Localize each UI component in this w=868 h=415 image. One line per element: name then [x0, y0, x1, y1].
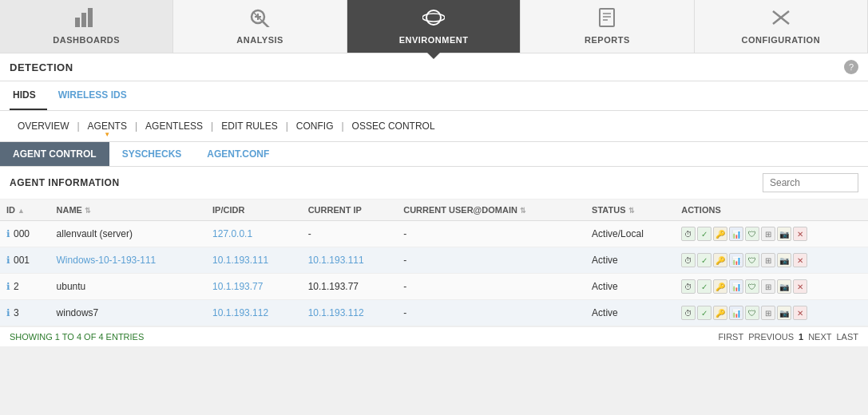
- nav-reports[interactable]: REPORTS: [521, 0, 694, 53]
- action-btn-2[interactable]: 🔑: [713, 227, 727, 241]
- pagination-first[interactable]: FIRST: [718, 332, 743, 342]
- cell-ip-cidr: 10.1.193.111: [206, 247, 302, 274]
- nav-agents[interactable]: AGENTS: [80, 116, 135, 136]
- action-btn-3[interactable]: 📊: [729, 253, 743, 267]
- nav-config[interactable]: CONFIG: [288, 116, 342, 136]
- action-btn-2[interactable]: 🔑: [713, 279, 727, 294]
- action-btn-4[interactable]: 🛡: [745, 279, 759, 294]
- agent-tabs: AGENT CONTROL SYSCHECKS AGENT.CONF: [0, 142, 868, 167]
- action-btn-5[interactable]: ⊞: [761, 279, 775, 294]
- col-current-user[interactable]: CURRENT USER@DOMAIN ⇅: [397, 200, 585, 221]
- action-btn-6[interactable]: 📷: [777, 253, 791, 267]
- action-btn-0[interactable]: ⏱: [681, 227, 696, 241]
- action-btn-3[interactable]: 📊: [729, 227, 743, 241]
- search-input[interactable]: [763, 173, 858, 192]
- action-btn-1[interactable]: ✓: [697, 253, 711, 267]
- action-btn-1[interactable]: ✓: [697, 227, 711, 241]
- current-ip-link[interactable]: 10.1.193.111: [308, 255, 364, 266]
- svg-rect-0: [75, 18, 80, 27]
- action-btn-6[interactable]: 📷: [777, 279, 791, 294]
- cell-current-user: -: [397, 274, 585, 300]
- reports-icon: [597, 8, 616, 32]
- col-ip-cidr[interactable]: IP/CIDR: [206, 200, 302, 221]
- nav-analysis-label: ANALYSIS: [236, 35, 283, 45]
- action-btn-2[interactable]: 🔑: [713, 253, 727, 267]
- agent-name-link[interactable]: Windows-10-1-193-111: [57, 255, 157, 266]
- action-btn-5[interactable]: ⊞: [761, 253, 775, 267]
- section-label: AGENT INFORMATION: [10, 177, 120, 188]
- action-btn-4[interactable]: 🛡: [745, 227, 759, 241]
- svg-rect-2: [88, 8, 93, 27]
- cell-id: ℹ001: [0, 247, 50, 274]
- action-btn-7[interactable]: ✕: [793, 227, 807, 241]
- nav-ossec-control[interactable]: OSSEC CONTROL: [344, 116, 443, 136]
- cell-actions: ⏱✓🔑📊🛡⊞📷✕: [675, 274, 868, 300]
- cell-current-ip: 10.1.193.111: [302, 247, 398, 274]
- table-row: ℹ3windows710.1.193.11210.1.193.112-Activ…: [0, 300, 868, 326]
- cell-name: allenvault (server): [50, 221, 207, 247]
- nav-configuration[interactable]: CONFIGURATION: [695, 0, 868, 53]
- action-btn-3[interactable]: 📊: [729, 279, 743, 294]
- nav-agentless[interactable]: AGENTLESS: [137, 116, 211, 136]
- action-btn-0[interactable]: ⏱: [681, 306, 696, 320]
- col-id[interactable]: ID ▲: [0, 200, 50, 221]
- cell-id: ℹ2: [0, 274, 50, 300]
- nav-dashboards[interactable]: DASHBOARDS: [0, 0, 173, 53]
- tab-agent-control[interactable]: AGENT CONTROL: [0, 142, 109, 166]
- col-name[interactable]: NAME ⇅: [50, 200, 207, 221]
- action-btn-5[interactable]: ⊞: [761, 306, 775, 320]
- second-nav: OVERVIEW | AGENTS | AGENTLESS | EDIT RUL…: [0, 111, 868, 142]
- configuration-icon: [771, 8, 791, 32]
- cell-name: windows7: [50, 300, 207, 326]
- help-button[interactable]: ?: [844, 60, 858, 74]
- cell-current-ip: 10.1.193.112: [302, 300, 398, 326]
- pagination-next[interactable]: NEXT: [808, 332, 831, 342]
- info-icon[interactable]: ℹ: [6, 307, 10, 318]
- info-icon[interactable]: ℹ: [6, 255, 10, 266]
- cell-current-user: -: [397, 247, 585, 274]
- svg-line-4: [263, 22, 270, 27]
- tab-syschecks[interactable]: SYSCHECKS: [109, 142, 195, 166]
- agents-table: ID ▲ NAME ⇅ IP/CIDR CURRENT IP CURRENT U…: [0, 200, 868, 326]
- nav-edit-rules[interactable]: EDIT RULES: [213, 116, 285, 136]
- pagination-last[interactable]: LAST: [836, 332, 858, 342]
- col-status[interactable]: STATUS ⇅: [585, 200, 675, 221]
- dashboards-icon: [75, 8, 97, 32]
- nav-overview[interactable]: OVERVIEW: [10, 116, 77, 136]
- pagination-previous[interactable]: PREVIOUS: [748, 332, 794, 342]
- action-btn-2[interactable]: 🔑: [713, 306, 727, 320]
- action-btn-4[interactable]: 🛡: [745, 253, 759, 267]
- table-header-row: AGENT INFORMATION: [0, 167, 868, 200]
- action-btn-0[interactable]: ⏱: [681, 279, 696, 294]
- tab-hids[interactable]: HIDS: [10, 81, 47, 110]
- nav-analysis[interactable]: ANALYSIS: [173, 0, 347, 53]
- current-ip-link[interactable]: 10.1.193.112: [308, 307, 364, 318]
- col-current-ip[interactable]: CURRENT IP: [302, 200, 398, 221]
- nav-environment[interactable]: ENVIRONMENT: [347, 0, 521, 53]
- nav-dashboards-label: DASHBOARDS: [53, 35, 120, 45]
- tab-wireless-ids[interactable]: WIRELESS IDS: [47, 81, 138, 110]
- action-btn-0[interactable]: ⏱: [681, 253, 696, 267]
- cell-status: Active/Local: [585, 221, 675, 247]
- action-btn-1[interactable]: ✓: [697, 279, 711, 294]
- action-btn-7[interactable]: ✕: [793, 279, 807, 294]
- action-btn-1[interactable]: ✓: [697, 306, 711, 320]
- info-icon[interactable]: ℹ: [6, 228, 10, 239]
- pagination-current[interactable]: 1: [799, 332, 803, 342]
- action-btn-7[interactable]: ✕: [793, 306, 807, 320]
- cell-actions: ⏱✓🔑📊🛡⊞📷✕: [675, 221, 868, 247]
- table-footer: SHOWING 1 TO 4 OF 4 ENTRIES FIRST PREVIO…: [0, 326, 868, 346]
- info-icon[interactable]: ℹ: [6, 281, 10, 292]
- action-btn-6[interactable]: 📷: [777, 306, 791, 320]
- cell-status: Active: [585, 300, 675, 326]
- tab-agent-conf[interactable]: AGENT.CONF: [194, 142, 282, 166]
- action-btn-3[interactable]: 📊: [729, 306, 743, 320]
- action-btn-4[interactable]: 🛡: [745, 306, 759, 320]
- action-btn-6[interactable]: 📷: [777, 227, 791, 241]
- top-nav: DASHBOARDS ANALYSIS ENVIRON: [0, 0, 868, 53]
- svg-point-8: [426, 10, 441, 25]
- cell-status: Active: [585, 274, 675, 300]
- action-btn-5[interactable]: ⊞: [761, 227, 775, 241]
- action-btn-7[interactable]: ✕: [793, 253, 807, 267]
- cell-actions: ⏱✓🔑📊🛡⊞📷✕: [675, 247, 868, 274]
